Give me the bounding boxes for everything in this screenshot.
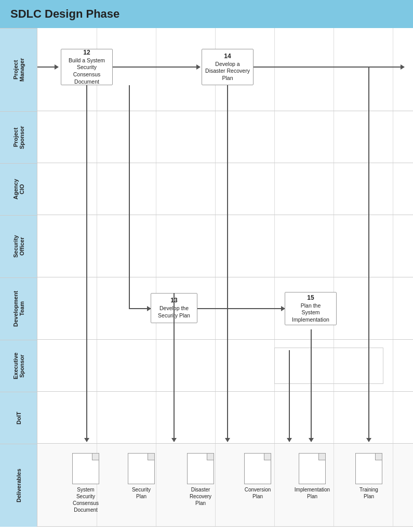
page-title: SDLC Design Phase xyxy=(0,0,413,28)
task-15-number: 15 xyxy=(307,294,314,301)
lane-agency-cio xyxy=(37,163,413,215)
doc-label-3: DisasterRecoveryPlan xyxy=(190,486,211,507)
arrow-14-right xyxy=(254,66,404,68)
doc-label-6: TrainingPlan xyxy=(359,486,378,500)
doc-icon-3 xyxy=(187,453,214,484)
task-15-box[interactable]: 15 Plan theSystemImplementation xyxy=(285,292,337,325)
arrow-to-13 xyxy=(129,308,151,309)
lane-doit xyxy=(37,392,413,444)
task-14-box[interactable]: 14 Develop aDisaster RecoveryPlan xyxy=(202,49,254,85)
doc-label-5: ImplementationPlan xyxy=(295,486,330,500)
doc-icon-6 xyxy=(355,453,382,484)
deliverable-4: ConversionPlan xyxy=(239,453,276,500)
doc-label-4: ConversionPlan xyxy=(245,486,271,500)
task-13-number: 13 xyxy=(170,297,177,304)
task-14-label: Develop aDisaster RecoveryPlan xyxy=(205,61,250,82)
doc-icon-5 xyxy=(299,453,326,484)
lane-executive-sponsor xyxy=(37,340,413,392)
label-agency-cio: AgencyCIO xyxy=(0,163,37,215)
label-project-manager: ProjectManager xyxy=(0,28,37,111)
label-doit: DoIT xyxy=(0,392,37,444)
label-deliverables: Deliverables xyxy=(0,444,37,527)
arrow-13-15 xyxy=(197,308,285,309)
label-project-sponsor: ProjectSponsor xyxy=(0,111,37,163)
task-15-label: Plan theSystemImplementation xyxy=(292,302,329,324)
deliverable-6: TrainingPlan xyxy=(352,453,385,500)
task-13-box[interactable]: 13 Develop theSecurity Plan xyxy=(151,293,197,323)
label-development-team: DevelopmentTeam xyxy=(0,277,37,340)
exec-sponsor-region xyxy=(274,348,383,384)
lane-project-manager: 12 Build a SystemSecurityConsensusDocume… xyxy=(37,28,413,111)
doc-label-1: SystemSecurityConsensusDocument xyxy=(73,486,99,513)
doc-label-2: SecurityPlan xyxy=(132,486,151,500)
lane-project-sponsor xyxy=(37,111,413,163)
entry-arrow xyxy=(37,66,58,68)
task-14-number: 14 xyxy=(224,52,231,60)
task-12-box[interactable]: 12 Build a SystemSecurityConsensusDocume… xyxy=(61,49,113,85)
label-executive-sponsor: ExecutiveSponsor xyxy=(0,340,37,392)
swim-lane-labels: ProjectManager ProjectSponsor AgencyCIO … xyxy=(0,28,37,527)
task-12-label: Build a SystemSecurityConsensusDocument xyxy=(69,57,105,86)
deliverable-5: ImplementationPlan xyxy=(294,453,331,500)
task-12-number: 12 xyxy=(83,49,90,56)
deliverable-1: SystemSecurityConsensusDocument xyxy=(66,453,105,513)
doc-icon-1 xyxy=(72,453,99,484)
lane-security-officer xyxy=(37,215,413,277)
deliverable-2: SecurityPlan xyxy=(125,453,158,500)
diagram-container: ProjectManager ProjectSponsor AgencyCIO … xyxy=(0,28,413,527)
deliverable-3: DisasterRecoveryPlan xyxy=(182,453,219,507)
doc-icon-2 xyxy=(128,453,155,484)
lane-development-team: 13 Develop theSecurity Plan 15 Plan theS… xyxy=(37,277,413,340)
label-security-officer: SecurityOfficer xyxy=(0,215,37,277)
arrow-12-14 xyxy=(113,66,200,68)
task-13-label: Develop theSecurity Plan xyxy=(158,305,190,319)
swim-lanes-content: 12 Build a SystemSecurityConsensusDocume… xyxy=(37,28,413,527)
lane-deliverables: SystemSecurityConsensusDocument Security… xyxy=(37,444,413,527)
doc-icon-4 xyxy=(244,453,271,484)
